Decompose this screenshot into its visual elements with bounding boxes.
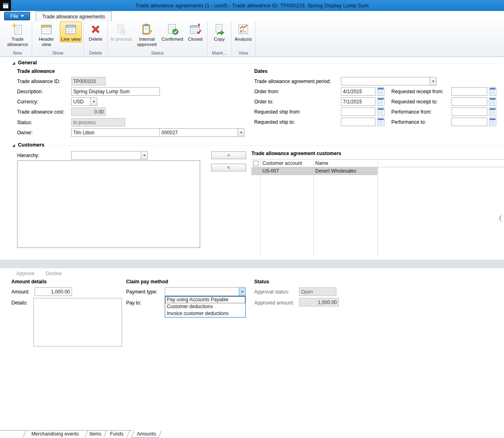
requested-receipt-from-calendar-button[interactable] — [489, 87, 496, 96]
owner-code-input[interactable] — [159, 128, 238, 137]
confirmed-label: Confirmed — [161, 37, 183, 42]
performance-to-calendar-button[interactable] — [489, 118, 496, 126]
copy-button[interactable]: Copy — [209, 22, 229, 42]
hierarchy-customer-listbox[interactable] — [17, 160, 200, 248]
grid-header-name[interactable]: Name — [313, 160, 377, 167]
trade-allowance-id-input[interactable] — [71, 77, 106, 85]
owner-name-input[interactable] — [71, 128, 160, 137]
payment-option-customer-deductions[interactable]: Customer deductions — [165, 303, 245, 310]
ribbon-group-new: Trade allowance New — [3, 21, 32, 57]
requested-receipt-to-calendar-button[interactable] — [489, 97, 496, 106]
closed-label: Closed — [188, 37, 203, 42]
performance-from-calendar-button[interactable] — [489, 107, 496, 116]
analysis-label: Analysis — [235, 37, 252, 42]
customers-expander-icon[interactable]: ◢ — [12, 143, 15, 147]
confirmed-button[interactable]: Confirmed — [160, 22, 184, 42]
requested-ship-from-label: Requested ship from: — [254, 109, 301, 115]
order-to-input[interactable] — [341, 97, 375, 106]
tab-funds[interactable]: Funds — [103, 430, 130, 438]
move-left-button[interactable]: < — [211, 164, 246, 171]
owner-dropdown-button[interactable] — [238, 128, 244, 137]
currency-input[interactable] — [71, 97, 91, 106]
payment-option-accounts-payable[interactable]: Pay using Accounts Payable — [165, 296, 245, 303]
right-pane-collapse-handle[interactable] — [500, 215, 503, 222]
status-heading: Status — [254, 279, 269, 285]
approved-amount-label: Approved amount: — [254, 300, 294, 306]
amount-input[interactable] — [35, 287, 72, 296]
payment-type-dropdown-button[interactable] — [239, 287, 246, 296]
hierarchy-dropdown-button[interactable] — [141, 151, 148, 160]
copy-icon — [213, 23, 226, 36]
analysis-button[interactable]: Analysis — [233, 22, 253, 42]
line-view-button[interactable]: Line view — [60, 22, 82, 42]
general-section-header[interactable]: General — [18, 60, 37, 66]
file-menu-button[interactable]: File — [4, 12, 30, 20]
requested-ship-to-input[interactable] — [341, 118, 375, 126]
approved-amount-input[interactable] — [299, 298, 339, 307]
decline-button[interactable]: Decline — [46, 271, 62, 276]
line-view-label: Line view — [61, 37, 81, 42]
dates-subheading: Dates — [254, 68, 268, 74]
payment-option-invoice-customer-deductions[interactable]: Invoice customer deductions — [165, 310, 245, 317]
analysis-icon — [237, 23, 250, 36]
currency-dropdown-button[interactable] — [90, 97, 97, 106]
ribbon-group-label-delete: Delete — [85, 50, 106, 57]
details-textarea[interactable] — [33, 298, 122, 346]
amount-details-heading: Amount details — [11, 279, 47, 285]
closed-button[interactable]: Closed — [185, 22, 205, 42]
order-from-calendar-button[interactable] — [377, 87, 384, 96]
grid-header-customer-account[interactable]: Customer account — [260, 160, 313, 167]
description-input[interactable] — [71, 87, 160, 96]
order-from-input[interactable] — [341, 87, 375, 96]
header-view-button[interactable]: Header view — [34, 22, 59, 48]
closed-icon — [189, 23, 202, 36]
ribbon: Trade allowance New Header view — [0, 21, 504, 57]
requested-receipt-to-label: Requested receipt to: — [391, 99, 438, 105]
approve-button[interactable]: Approve — [16, 271, 35, 276]
trade-allowance-cost-input[interactable] — [71, 107, 106, 116]
approval-status-label: Approval status: — [254, 289, 289, 295]
agreement-period-dropdown-button[interactable] — [430, 77, 436, 85]
requested-receipt-from-input[interactable] — [452, 87, 487, 96]
ribbon-tab-row: File Trade allowance agreements — [0, 11, 504, 21]
tab-amounts[interactable]: Amounts — [131, 430, 161, 438]
performance-to-input[interactable] — [452, 118, 487, 126]
ribbon-group-maintain: Copy Maint... — [207, 21, 231, 57]
trade-allowance-window: Trade allowance agreements (1 - usmf) - … — [0, 0, 504, 438]
tab-items[interactable]: Items — [85, 430, 105, 438]
performance-from-input[interactable] — [452, 107, 487, 116]
customers-header-rule — [51, 145, 502, 146]
delete-button[interactable]: Delete — [85, 22, 106, 42]
grid-cell-name[interactable]: Desert Wholesales — [313, 167, 377, 175]
status-input[interactable] — [71, 118, 125, 127]
agreement-period-input[interactable] — [341, 77, 430, 85]
requested-ship-from-input[interactable] — [341, 107, 375, 116]
ribbon-group-delete: Delete Delete — [84, 21, 108, 57]
new-trade-allowance-icon — [11, 23, 24, 36]
payment-type-label: Payment type: — [126, 289, 157, 295]
requested-ship-to-calendar-button[interactable] — [377, 118, 384, 126]
grid-cell-customer-account[interactable]: US-007 — [260, 167, 313, 175]
grid-select-all-checkbox[interactable] — [253, 161, 258, 166]
customers-section-header[interactable]: Customers — [18, 142, 44, 148]
ribbon-group-label-show: Show — [33, 50, 82, 57]
claim-pay-method-heading: Claim pay method — [126, 279, 168, 285]
requested-receipt-to-input[interactable] — [452, 97, 487, 106]
hierarchy-label: Hierarchy: — [17, 153, 39, 158]
general-expander-icon[interactable]: ◢ — [12, 61, 15, 65]
approval-status-input[interactable] — [299, 287, 336, 296]
pane-splitter[interactable] — [0, 260, 504, 268]
payment-type-input[interactable] — [165, 287, 239, 296]
tab-merchandising-events[interactable]: Merchandising events — [23, 430, 87, 438]
ribbon-tab-trade-allowance-agreements[interactable]: Trade allowance agreements — [36, 11, 111, 21]
hierarchy-input[interactable] — [71, 151, 141, 160]
order-to-calendar-button[interactable] — [377, 97, 384, 106]
requested-ship-from-calendar-button[interactable] — [377, 107, 384, 116]
order-to-label: Order to: — [254, 99, 273, 105]
ribbon-group-show: Header view Line view Show — [32, 21, 84, 57]
internal-approved-button[interactable]: Internal approved — [134, 22, 159, 48]
currency-label: Currency: — [17, 99, 38, 105]
trade-allowance-new-button[interactable]: Trade allowance — [5, 22, 30, 48]
in-process-label: In process — [111, 37, 132, 42]
move-right-button[interactable]: > — [211, 151, 246, 159]
